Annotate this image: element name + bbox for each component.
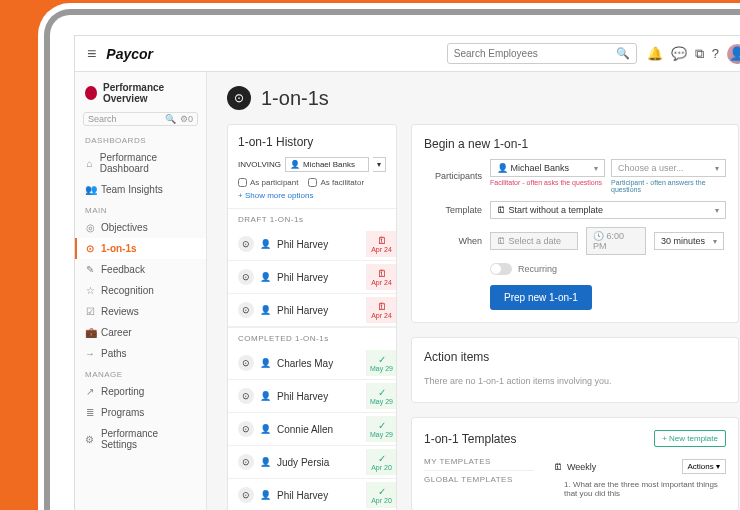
template-item[interactable]: 🗓Weekly: [554, 459, 596, 474]
history-date: ✓Apr 20: [366, 482, 396, 508]
template-actions-button[interactable]: Actions ▾: [682, 459, 726, 474]
action-items-empty: There are no 1-on-1 action items involvi…: [424, 372, 726, 390]
user-icon: ⊙: [238, 487, 254, 503]
history-row[interactable]: ⊙👤Phil Harvey✓May 29: [228, 380, 396, 413]
sidebar-search[interactable]: Search 🔍 ⚙0: [83, 112, 198, 126]
template-label: Template: [424, 205, 482, 215]
user-avatar[interactable]: 👤: [727, 44, 740, 64]
history-row[interactable]: ⊙👤Phil Harvey🗓Apr 24: [228, 261, 396, 294]
sidebar-item-label: Reporting: [101, 386, 144, 397]
target-icon: ◎: [85, 222, 95, 233]
as-participant-check[interactable]: As participant: [238, 178, 298, 187]
sidebar-item-paths[interactable]: →Paths: [75, 343, 206, 364]
check-icon: ✓: [367, 486, 396, 497]
history-row[interactable]: ⊙👤Phil Harvey✓Apr 20: [228, 479, 396, 510]
user-icon: ⊙: [238, 454, 254, 470]
template-value: Start without a template: [509, 205, 604, 215]
chat-icon[interactable]: 💬: [671, 46, 687, 61]
sidebar-item-label: Reviews: [101, 306, 139, 317]
history-date: ✓May 29: [366, 350, 396, 376]
group-manage: MANAGE: [75, 364, 206, 381]
list-icon: ≣: [85, 407, 95, 418]
time-input[interactable]: 🕓 6:00 PM: [586, 227, 646, 255]
chk-label: As participant: [250, 178, 298, 187]
bell-icon[interactable]: 🔔: [647, 46, 663, 61]
checkbox[interactable]: [238, 178, 247, 187]
history-name: Judy Persia: [277, 457, 329, 468]
sidebar-item-feedback[interactable]: ✎Feedback: [75, 259, 206, 280]
user-icon: 👤: [260, 358, 271, 368]
sidebar-search-ph: Search: [88, 114, 165, 124]
sidebar-item-recognition[interactable]: ☆Recognition: [75, 280, 206, 301]
sidebar-item-label: Career: [101, 327, 132, 338]
sidebar-item-label: Paths: [101, 348, 127, 359]
sidebar-item-label: Objectives: [101, 222, 148, 233]
my-templates-label: MY TEMPLATES: [424, 453, 534, 471]
sidebar-item-label: Recognition: [101, 285, 154, 296]
action-items-title: Action items: [424, 350, 726, 364]
involving-caret[interactable]: ▾: [373, 157, 386, 172]
team-icon: 👥: [85, 184, 95, 195]
sidebar-item-reporting[interactable]: ↗Reporting: [75, 381, 206, 402]
history-row[interactable]: ⊙👤Charles May✓May 29: [228, 347, 396, 380]
show-more-options[interactable]: + Show more options: [238, 191, 386, 200]
sidebar-item-team-insights[interactable]: 👥Team Insights: [75, 179, 206, 200]
overview-label: Performance Overview: [103, 82, 196, 104]
history-row[interactable]: ⊙👤Phil Harvey🗓Apr 24: [228, 228, 396, 261]
sidebar-overview[interactable]: Performance Overview: [75, 78, 206, 108]
history-date: 🗓Apr 24: [366, 297, 396, 323]
prep-new-button[interactable]: Prep new 1-on-1: [490, 285, 592, 310]
gear-icon: ⚙: [85, 434, 95, 445]
user-icon: 👤: [260, 490, 271, 500]
calendar-icon: 🗓: [497, 205, 506, 215]
sidebar-item-1on1s[interactable]: ⊙1-on-1s: [75, 238, 206, 259]
support-icon[interactable]: ⧉: [695, 46, 704, 62]
involving-user-select[interactable]: 👤 Michael Banks: [285, 157, 369, 172]
search-input[interactable]: [454, 48, 616, 59]
user-icon: 👤: [497, 163, 508, 173]
group-dashboards: DASHBOARDS: [75, 130, 206, 147]
page-icon: ⊙: [227, 86, 251, 110]
participant-2-select[interactable]: Choose a user... ▾: [611, 159, 726, 177]
page-title: 1-on-1s: [261, 87, 329, 110]
employee-search[interactable]: 🔍: [447, 43, 637, 64]
sidebar-item-career[interactable]: 💼Career: [75, 322, 206, 343]
chat-icon: ⊙: [85, 243, 95, 254]
sidebar-item-objectives[interactable]: ◎Objectives: [75, 217, 206, 238]
history-name: Connie Allen: [277, 424, 333, 435]
recurring-label: Recurring: [518, 264, 557, 274]
search-icon: 🔍: [616, 47, 630, 60]
action-items-card: Action items There are no 1-on-1 action …: [411, 337, 739, 403]
history-row[interactable]: ⊙👤Phil Harvey🗓Apr 24: [228, 294, 396, 327]
duration-value: 30 minutes: [661, 236, 705, 246]
history-name: Phil Harvey: [277, 305, 328, 316]
history-row[interactable]: ⊙👤Connie Allen✓May 29: [228, 413, 396, 446]
user-icon: 👤: [260, 239, 271, 249]
sidebar-item-performance-settings[interactable]: ⚙Performance Settings: [75, 423, 206, 455]
briefcase-icon: 💼: [85, 327, 95, 338]
sidebar-item-reviews[interactable]: ☑Reviews: [75, 301, 206, 322]
hamburger-menu[interactable]: ≡: [87, 45, 96, 63]
sidebar-item-label: Programs: [101, 407, 144, 418]
sidebar: Performance Overview Search 🔍 ⚙0 DASHBOA…: [75, 72, 207, 510]
calendar-icon: 🗓: [367, 235, 396, 246]
template-select[interactable]: 🗓 Start without a template ▾: [490, 201, 726, 219]
chevron-down-icon: ▾: [715, 206, 719, 215]
history-date: ✓May 29: [366, 383, 396, 409]
checkbox[interactable]: [308, 178, 317, 187]
sidebar-item-performance-dashboard[interactable]: ⌂Performance Dashboard: [75, 147, 206, 179]
participant-1-select[interactable]: 👤 Michael Banks ▾: [490, 159, 605, 177]
date-input[interactable]: 🗓 Select a date: [490, 232, 578, 250]
sidebar-item-label: Performance Dashboard: [100, 152, 196, 174]
new-template-button[interactable]: + New template: [654, 430, 726, 447]
templates-card: 1-on-1 Templates + New template MY TEMPL…: [411, 417, 739, 510]
as-facilitator-check[interactable]: As facilitator: [308, 178, 364, 187]
help-icon[interactable]: ?: [712, 46, 719, 61]
history-row[interactable]: ⊙👤Judy Persia✓Apr 20: [228, 446, 396, 479]
recurring-toggle[interactable]: [490, 263, 512, 275]
sidebar-item-programs[interactable]: ≣Programs: [75, 402, 206, 423]
participant-helper: Participant - often answers the question…: [611, 179, 726, 193]
user-icon: 👤: [260, 305, 271, 315]
duration-select[interactable]: 30 minutes▾: [654, 232, 724, 250]
calendar-icon: 🗓: [554, 462, 563, 472]
